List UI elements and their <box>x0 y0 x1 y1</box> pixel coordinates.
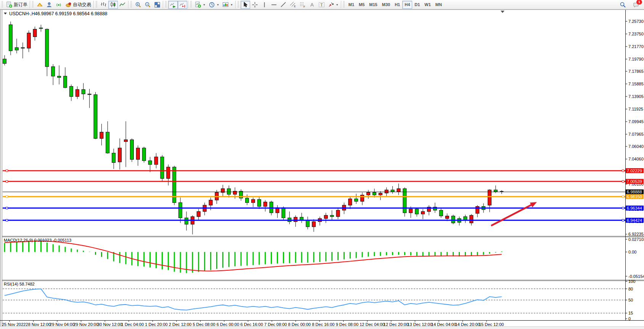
new-order-button-label: 新订单 <box>14 2 27 8</box>
tf-m5-button-label: M5 <box>359 2 365 7</box>
tf-m30-button-label: M30 <box>382 2 390 7</box>
svg-text:F: F <box>304 5 305 8</box>
bar-chart-button[interactable] <box>99 1 108 9</box>
tf-m1-button[interactable]: M1 <box>346 1 357 9</box>
chat-icon: 1 <box>633 2 639 8</box>
line-handle[interactable] <box>622 180 624 182</box>
line-handle[interactable] <box>622 170 624 172</box>
tf-h1-button[interactable]: H1 <box>392 1 402 9</box>
community-button[interactable] <box>45 1 54 9</box>
notifications-button[interactable]: 1 <box>631 1 641 9</box>
toolbar-grip <box>343 1 345 8</box>
support-line-lower-tag: 6.94424 <box>626 218 644 223</box>
line-handle[interactable] <box>6 207 8 209</box>
periods-button[interactable]: ▼ <box>207 1 221 9</box>
zoom-out-icon <box>145 2 151 8</box>
line-handle[interactable] <box>622 196 624 197</box>
rsi-label: RSI(14) 58.7482 <box>4 282 35 286</box>
zoom-out-button[interactable] <box>143 1 153 9</box>
search-button[interactable] <box>618 1 628 9</box>
tf-mn-button-label: MN <box>435 2 442 7</box>
chevron-down-icon[interactable]: ▼ <box>203 3 206 6</box>
chart-canvas[interactable]: 7.257307.237507.217707.197907.178657.158… <box>0 10 644 327</box>
arrows-button[interactable]: ▼ <box>326 1 340 9</box>
channel-button[interactable]: E <box>288 1 298 9</box>
text-button[interactable]: A <box>307 1 317 9</box>
horizontal-line-button[interactable] <box>269 1 279 9</box>
macd-label: MACD(12,26,9) 0.001023 -0.005113 <box>4 238 71 242</box>
trendline-button[interactable] <box>279 1 288 9</box>
toolbar-separator <box>93 1 94 8</box>
clock-icon <box>209 2 215 8</box>
tf-h4-button[interactable]: H4 <box>402 1 412 9</box>
line-handle[interactable] <box>6 196 8 197</box>
toolbar-right: 1 <box>618 1 641 9</box>
tf-d1-button-label: D1 <box>414 2 420 7</box>
price-tag-label: 6.98150 <box>627 194 642 199</box>
new-order-icon <box>6 2 13 8</box>
level-line-orange-tag: 6.98150 <box>626 194 644 199</box>
line-handle[interactable] <box>622 219 624 221</box>
price-tick-label: 7.15885 <box>628 82 644 86</box>
tf-m15-button[interactable]: M15 <box>367 1 379 9</box>
tf-m30-button[interactable]: M30 <box>380 1 392 9</box>
crosshair-button[interactable] <box>250 1 260 9</box>
tf-w1-button[interactable]: W1 <box>422 1 433 9</box>
cursor-button[interactable] <box>241 1 250 9</box>
tile-windows-button[interactable] <box>153 1 162 9</box>
new-order-button[interactable]: 新订单 <box>5 1 29 9</box>
price-tick-label: 7.09945 <box>628 119 644 124</box>
price-tag-label: 7.02229 <box>627 169 642 173</box>
tf-w1-button-label: W1 <box>424 2 431 7</box>
signals-button[interactable] <box>54 1 64 9</box>
market-button[interactable] <box>35 1 45 9</box>
community-icon <box>46 2 53 8</box>
candlestick-button[interactable] <box>108 1 118 9</box>
toolbar-grip <box>238 1 239 8</box>
cursor-icon <box>242 2 249 8</box>
bar-chart-icon <box>100 2 107 8</box>
auto-trading-button[interactable]: 自动交易 <box>64 1 93 9</box>
toolbar-separator <box>163 1 164 8</box>
chevron-down-icon[interactable]: ▼ <box>230 3 233 6</box>
market-icon <box>37 2 43 8</box>
line-handle[interactable] <box>6 170 8 172</box>
tf-m5-button[interactable]: M5 <box>357 1 367 9</box>
macd-tick-label: 0.00 <box>628 250 636 254</box>
indicators-button[interactable]: ▼ <box>193 1 207 9</box>
auto-scroll-button[interactable] <box>168 1 178 9</box>
price-tick-label: 7.04060 <box>628 157 644 161</box>
chevron-down-icon[interactable]: ▼ <box>217 3 219 6</box>
bid-price-line-tag: 6.98888 <box>626 189 644 194</box>
tf-m1-button-label: M1 <box>348 2 354 7</box>
line-handle[interactable] <box>6 219 8 221</box>
line-chart-button[interactable] <box>118 1 127 9</box>
candlestick-icon <box>110 2 116 8</box>
chart-shift-button[interactable] <box>178 1 187 9</box>
macd-tick-label: -0.051546 <box>628 274 644 279</box>
arrow-objects-icon <box>328 2 334 8</box>
chevron-down-icon[interactable]: ▼ <box>336 3 339 6</box>
fibonacci-button[interactable]: F <box>298 1 307 9</box>
symbol-label: USDCNH-,H4 <box>9 11 37 16</box>
horizontal-line-icon <box>271 2 277 8</box>
svg-text:E: E <box>294 5 296 8</box>
tf-d1-button[interactable]: D1 <box>412 1 422 9</box>
tf-mn-button[interactable]: MN <box>433 1 444 9</box>
resistance-line-lower-tag: 7.00539 <box>626 179 644 184</box>
mt4-window: 新订单自动交易▼▼▼EFAT▼M1M5M15M30H1H4D1W1MN1 7.2… <box>0 0 644 329</box>
templates-button[interactable]: ▼ <box>221 1 234 9</box>
rsi-tick-label: 100 <box>628 279 635 284</box>
zoom-in-button[interactable] <box>133 1 143 9</box>
price-tag-label: 7.00539 <box>627 179 642 184</box>
line-handle[interactable] <box>6 180 8 182</box>
text-label-button[interactable]: T <box>317 1 326 9</box>
price-tag-label: 6.98888 <box>627 189 642 194</box>
line-handle[interactable] <box>622 207 624 209</box>
price-tick-label: 7.17865 <box>628 69 644 74</box>
chart-window[interactable]: 7.257307.237507.217707.197907.178657.158… <box>0 10 644 327</box>
fibonacci-icon: F <box>299 2 306 8</box>
vertical-line-button[interactable] <box>260 1 269 9</box>
price-tick-label: 7.19790 <box>628 57 644 61</box>
magnifier-icon <box>620 2 626 8</box>
